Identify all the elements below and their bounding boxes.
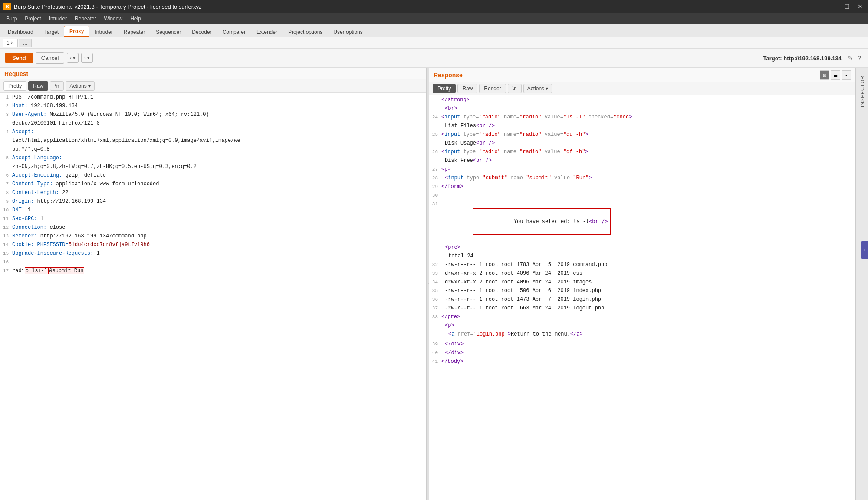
- tab-proxy[interactable]: Proxy: [64, 26, 89, 37]
- response-code-area[interactable]: </strong> <br> 24 <input type="radio" na…: [429, 95, 855, 500]
- tab-project-options[interactable]: Project options: [283, 27, 328, 37]
- req-actions-button[interactable]: Actions ▾: [66, 81, 94, 91]
- resp-tab-render[interactable]: Render: [479, 84, 506, 93]
- sub-tab-bar: 1 × …: [0, 37, 868, 49]
- req-line-6: 6 Accept-Encoding: gzip, deflate: [0, 171, 426, 180]
- content-area: Request Pretty Raw \n Actions ▾ 1 POST /…: [0, 68, 868, 500]
- resp-line-diskfree: Disk Free<br />: [429, 156, 855, 165]
- req-line-1: 1 POST /command.php HTTP/1.1: [0, 93, 426, 102]
- req-line-13: 13 Referer: http://192.168.199.134/comma…: [0, 232, 426, 240]
- resp-line-listfiles: List Files<br />: [429, 122, 855, 130]
- req-actions-arrow: ▾: [88, 83, 91, 89]
- menu-item-project[interactable]: Project: [21, 15, 44, 23]
- resp-line-diskusage: Disk Usage<br />: [429, 139, 855, 148]
- resp-line-30: 30: [429, 191, 855, 200]
- resp-tab-pretty[interactable]: Pretty: [433, 84, 456, 93]
- resp-tab-raw[interactable]: Raw: [457, 84, 477, 93]
- target-label: Target:: [763, 55, 782, 62]
- tab-sequencer[interactable]: Sequencer: [151, 27, 186, 37]
- nav-prev-button[interactable]: ‹ ▾: [67, 53, 79, 63]
- req-line-4c: bp,*/*;q=0.8: [0, 145, 426, 154]
- view-btn-grid[interactable]: ⊞: [820, 70, 829, 80]
- response-panel-header: Response ⊞ ☰ ▪: [429, 68, 855, 82]
- request-title: Request: [4, 70, 28, 77]
- resp-line-p: <p>: [429, 321, 855, 330]
- resp-line-total: total 24: [429, 252, 855, 260]
- inspector-panel[interactable]: INSPECTOR: [856, 68, 868, 500]
- sub-tab-dots[interactable]: …: [19, 39, 32, 47]
- tab-repeater[interactable]: Repeater: [118, 27, 150, 37]
- target-url: http://192.168.199.134: [783, 55, 842, 62]
- menu-item-help[interactable]: Help: [127, 15, 145, 23]
- minimize-button[interactable]: —: [829, 3, 838, 10]
- tab-user-options[interactable]: User options: [328, 27, 368, 37]
- maximize-button[interactable]: ☐: [842, 3, 852, 10]
- req-line-4: 4 Accept:: [0, 128, 426, 136]
- req-line-9: 9 Origin: http://192.168.199.134: [0, 197, 426, 206]
- resp-line-33: 33 drwxr-xr-x 2 root root 4096 Mar 24 20…: [429, 269, 855, 278]
- resp-line-34: 34 drwxr-xr-x 2 root root 4096 Mar 24 20…: [429, 278, 855, 286]
- resp-line-25: 25 <input type="radio" name="radio" valu…: [429, 130, 855, 139]
- menu-item-burp[interactable]: Burp: [3, 15, 20, 23]
- resp-actions-arrow: ▾: [546, 86, 548, 92]
- toolbar: Send Cancel ‹ ▾ › ▾ Target: http://192.1…: [0, 49, 868, 68]
- request-panel: Request Pretty Raw \n Actions ▾ 1 POST /…: [0, 68, 427, 500]
- req-line-16: 16: [0, 258, 426, 266]
- view-btn-list[interactable]: ☰: [831, 70, 840, 80]
- req-tab-pretty[interactable]: Pretty: [3, 81, 26, 91]
- req-tab-newline[interactable]: \n: [50, 81, 64, 91]
- request-code-area[interactable]: 1 POST /command.php HTTP/1.1 2 Host: 192…: [0, 93, 426, 500]
- resp-line-37: 37 -rw-r--r-- 1 root root 663 Mar 24 201…: [429, 304, 855, 312]
- menu-item-intruder[interactable]: Intruder: [46, 15, 70, 23]
- req-line-7: 7 Content-Type: application/x-www-form-u…: [0, 180, 426, 188]
- req-line-5b: zh-CN,zh;q=0.8,zh-TW;q=0.7,zh-HK;q=0.5,e…: [0, 162, 426, 171]
- target-display: Target: http://192.168.199.134 ✎ ?: [763, 54, 863, 62]
- cancel-button[interactable]: Cancel: [36, 52, 64, 64]
- close-button[interactable]: ✕: [856, 3, 865, 10]
- tab-dashboard[interactable]: Dashboard: [3, 27, 39, 37]
- tab-decoder[interactable]: Decoder: [187, 27, 217, 37]
- view-mode-buttons: ⊞ ☰ ▪: [820, 70, 851, 80]
- nav-next-button[interactable]: › ▾: [81, 53, 93, 63]
- tab-target[interactable]: Target: [39, 27, 64, 37]
- right-edge-arrow[interactable]: ›: [861, 241, 868, 259]
- resp-line-26: 26 <input type="radio" name="radio" valu…: [429, 148, 855, 156]
- req-line-3: 3 User-Agent: Mozilla/5.0 (Windows NT 10…: [0, 110, 426, 119]
- tab-comparer[interactable]: Comparer: [217, 27, 251, 37]
- menu-item-window[interactable]: Window: [100, 15, 126, 23]
- response-panel-toolbar: Pretty Raw Render \n Actions ▾: [429, 82, 855, 95]
- resp-line-39: 39 </div>: [429, 340, 855, 349]
- edit-target-button[interactable]: ✎: [846, 54, 855, 62]
- request-panel-header: Request: [0, 68, 426, 79]
- req-line-17: 17 radio=ls+-l&submit=Run: [0, 266, 426, 275]
- resp-line-24: 24 <input type="radio" name="radio" valu…: [429, 113, 855, 122]
- view-btn-compact[interactable]: ▪: [842, 70, 851, 80]
- resp-line-36: 36 -rw-r--r-- 1 root root 1473 Apr 7 201…: [429, 295, 855, 304]
- app-icon: B: [3, 3, 11, 10]
- resp-line-br1: <br>: [429, 104, 855, 113]
- resp-tab-newline[interactable]: \n: [508, 84, 522, 93]
- resp-line-strong: </strong>: [429, 95, 855, 104]
- send-button[interactable]: Send: [5, 53, 33, 63]
- resp-line-27: 27 <p>: [429, 165, 855, 174]
- req-line-14: 14 Cookie: PHPSESSID=51du4crdcg7dr8vfja9…: [0, 240, 426, 249]
- req-line-12: 12 Connection: close: [0, 223, 426, 232]
- help-button[interactable]: ?: [856, 54, 863, 62]
- tab-extender[interactable]: Extender: [251, 27, 283, 37]
- inspector-label[interactable]: INSPECTOR: [860, 76, 865, 107]
- resp-actions-button[interactable]: Actions ▾: [523, 84, 552, 93]
- req-line-8: 8 Content-Length: 22: [0, 188, 426, 197]
- response-panel: Response ⊞ ☰ ▪ Pretty Raw Render \n Acti…: [429, 68, 856, 500]
- response-title: Response: [434, 72, 463, 79]
- main-tab-bar: Dashboard Target Proxy Intruder Repeater…: [0, 24, 868, 37]
- resp-line-a: <a href='login.php'>Return to the menu.<…: [429, 330, 855, 339]
- menu-bar: Burp Project Intruder Repeater Window He…: [0, 13, 868, 24]
- req-tab-raw[interactable]: Raw: [28, 81, 48, 91]
- sub-tab-1[interactable]: 1 ×: [3, 39, 18, 47]
- tab-intruder[interactable]: Intruder: [89, 27, 118, 37]
- resp-actions-label: Actions: [527, 86, 544, 92]
- window-title: Burp Suite Professional v2021.3 - Tempor…: [14, 3, 202, 10]
- resp-line-41: 41 </body>: [429, 357, 855, 366]
- menu-item-repeater[interactable]: Repeater: [71, 15, 99, 23]
- req-line-10: 10 DNT: 1: [0, 206, 426, 214]
